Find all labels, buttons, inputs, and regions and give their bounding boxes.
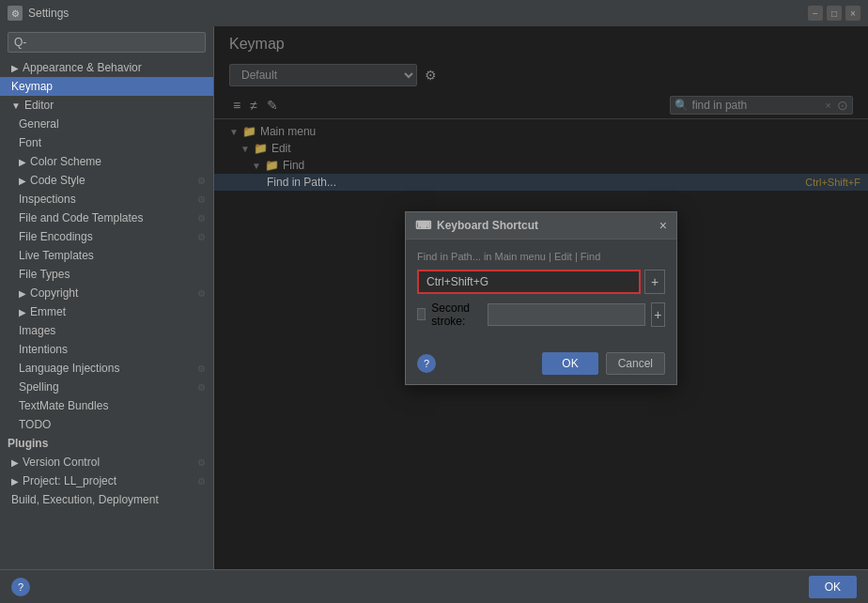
tree-item-label: Find in Path...: [267, 176, 336, 189]
sidebar: ▶ Appearance & Behavior Keymap ▼ Editor …: [0, 26, 214, 569]
edit-button[interactable]: ✎: [263, 96, 282, 115]
modal-path: Find in Path... in Main menu | Edit | Fi…: [417, 251, 665, 262]
search-clear-icon[interactable]: ×: [824, 100, 833, 111]
sidebar-search-box: [0, 26, 213, 58]
sidebar-item-general[interactable]: General: [0, 115, 213, 133]
search-field-wrap: 🔍 × ⊙: [670, 96, 853, 115]
keymap-search-input[interactable]: [692, 99, 824, 112]
sidebar-item-todo[interactable]: TODO: [0, 415, 213, 434]
sidebar-item-label: Editor: [24, 99, 54, 112]
modal-cancel-button[interactable]: Cancel: [606, 352, 665, 375]
sidebar-item-color-scheme[interactable]: ▶ Color Scheme: [0, 152, 213, 171]
sidebar-item-label: TODO: [19, 418, 51, 431]
expand-arrow-icon: ▶: [11, 63, 19, 73]
sidebar-item-file-code-templates[interactable]: File and Code Templates ⚙: [0, 209, 213, 227]
app-icon: ⚙: [8, 6, 23, 21]
sidebar-item-version-control[interactable]: ▶ Version Control ⚙: [0, 453, 213, 472]
sidebar-item-keymap[interactable]: Keymap: [0, 77, 213, 96]
sidebar-item-font[interactable]: Font: [0, 133, 213, 152]
add-shortcut-button[interactable]: +: [644, 270, 665, 294]
maximize-button[interactable]: □: [827, 6, 842, 21]
sidebar-item-label: Copyright: [30, 286, 78, 300]
sidebar-search-input[interactable]: [8, 32, 206, 53]
keymap-gear-button[interactable]: ⚙: [425, 68, 437, 83]
second-stroke-row: Second stroke: +: [417, 302, 665, 328]
sidebar-item-intentions[interactable]: Intentions: [0, 340, 213, 359]
sidebar-item-file-encodings[interactable]: File Encodings ⚙: [0, 227, 213, 246]
settings-window: ⚙ Settings − □ × ▶ Appearance & Behavior…: [0, 0, 868, 603]
expand-arrow-icon: ▶: [11, 457, 19, 468]
sidebar-item-images[interactable]: Images: [0, 321, 213, 340]
sidebar-item-inspections[interactable]: Inspections ⚙: [0, 190, 213, 209]
sidebar-item-textmate-bundles[interactable]: TextMate Bundles: [0, 396, 213, 415]
sidebar-item-label: Images: [19, 324, 55, 337]
tree-expand-icon: ▼: [240, 144, 250, 154]
expand-arrow-icon: ▶: [19, 176, 26, 186]
second-stroke-label: Second stroke:: [431, 302, 481, 328]
sidebar-item-language-injections[interactable]: Language Injections ⚙: [0, 359, 213, 378]
sidebar-item-copyright[interactable]: ▶ Copyright ⚙: [0, 284, 213, 302]
tree-expand-icon: ▼: [252, 161, 261, 171]
tree-item-find-in-path[interactable]: Find in Path... Ctrl+Shift+F: [214, 174, 868, 191]
sidebar-item-build[interactable]: Build, Execution, Deployment: [0, 490, 213, 509]
tree-item-label: Edit: [271, 142, 291, 155]
title-bar: ⚙ Settings − □ ×: [0, 0, 868, 26]
second-stroke-checkbox[interactable]: [417, 308, 426, 320]
folder-icon: 📁: [265, 159, 279, 172]
tree-item-find[interactable]: ▼ 📁 Find: [214, 157, 868, 174]
modal-help-button[interactable]: ?: [417, 354, 436, 373]
window-title: Settings: [28, 7, 69, 20]
search-scope-button[interactable]: ⊙: [837, 98, 848, 113]
sidebar-item-label: Emmet: [30, 305, 66, 318]
sidebar-item-label: Color Scheme: [30, 155, 101, 168]
sidebar-item-emmet[interactable]: ▶ Emmet: [0, 302, 213, 321]
modal-buttons: OK Cancel: [542, 352, 665, 375]
expand-arrow-icon: ▶: [19, 307, 26, 317]
settings-indicator-icon: ⚙: [197, 382, 206, 393]
expand-arrow-icon: ▼: [11, 100, 21, 111]
modal-close-button[interactable]: ×: [659, 218, 667, 233]
main-panel: Keymap Default ⚙ ≡ ≠ ✎ 🔍 × ⊙: [214, 26, 868, 569]
shortcut-input-row: +: [417, 270, 665, 294]
collapse-all-button[interactable]: ≠: [246, 96, 261, 115]
sidebar-item-label: Font: [19, 136, 41, 149]
settings-indicator-icon: ⚙: [197, 194, 206, 205]
tree-item-label: Find: [283, 159, 304, 172]
search-icon: 🔍: [674, 99, 689, 112]
settings-indicator-icon: ⚙: [197, 476, 206, 487]
sidebar-item-label: Build, Execution, Deployment: [11, 493, 159, 506]
toolbar-area: ≡ ≠ ✎ 🔍 × ⊙: [214, 92, 868, 119]
settings-indicator-icon: ⚙: [197, 176, 206, 186]
sidebar-item-spelling[interactable]: Spelling ⚙: [0, 378, 213, 396]
tree-item-main-menu[interactable]: ▼ 📁 Main menu: [214, 123, 868, 140]
sidebar-item-live-templates[interactable]: Live Templates: [0, 246, 213, 265]
second-stroke-add-button[interactable]: +: [651, 302, 665, 327]
modal-footer: ? OK Cancel: [406, 347, 676, 384]
sidebar-item-label: General: [19, 117, 59, 131]
tree-item-edit[interactable]: ▼ 📁 Edit: [214, 140, 868, 157]
keyboard-shortcut-dialog: ⌨ Keyboard Shortcut × Find in Path... in…: [405, 211, 677, 385]
sidebar-item-label: Project: LL_project: [23, 474, 116, 487]
close-button[interactable]: ×: [845, 6, 860, 21]
modal-body: Find in Path... in Main menu | Edit | Fi…: [406, 240, 676, 347]
sidebar-item-label: TextMate Bundles: [19, 399, 108, 412]
modal-title-text: Keyboard Shortcut: [437, 219, 538, 232]
minimize-button[interactable]: −: [808, 6, 823, 21]
second-stroke-input[interactable]: [488, 303, 645, 326]
sidebar-item-editor[interactable]: ▼ Editor: [0, 96, 213, 115]
ok-button[interactable]: OK: [809, 576, 857, 598]
keymap-dropdown[interactable]: Default: [229, 64, 417, 86]
sidebar-item-code-style[interactable]: ▶ Code Style ⚙: [0, 171, 213, 190]
expand-arrow-icon: ▶: [11, 476, 19, 487]
sidebar-item-label: Live Templates: [19, 249, 94, 262]
sidebar-item-project[interactable]: ▶ Project: LL_project ⚙: [0, 472, 213, 490]
help-button[interactable]: ?: [11, 578, 30, 596]
modal-ok-button[interactable]: OK: [542, 352, 597, 375]
expand-all-button[interactable]: ≡: [229, 96, 244, 115]
shortcut-input[interactable]: [417, 270, 641, 294]
sidebar-item-file-types[interactable]: File Types: [0, 265, 213, 284]
keyboard-icon: ⌨: [415, 219, 431, 232]
sidebar-item-appearance[interactable]: ▶ Appearance & Behavior: [0, 58, 213, 77]
sidebar-item-plugins[interactable]: Plugins: [0, 434, 213, 453]
sidebar-item-label: Version Control: [23, 456, 100, 469]
